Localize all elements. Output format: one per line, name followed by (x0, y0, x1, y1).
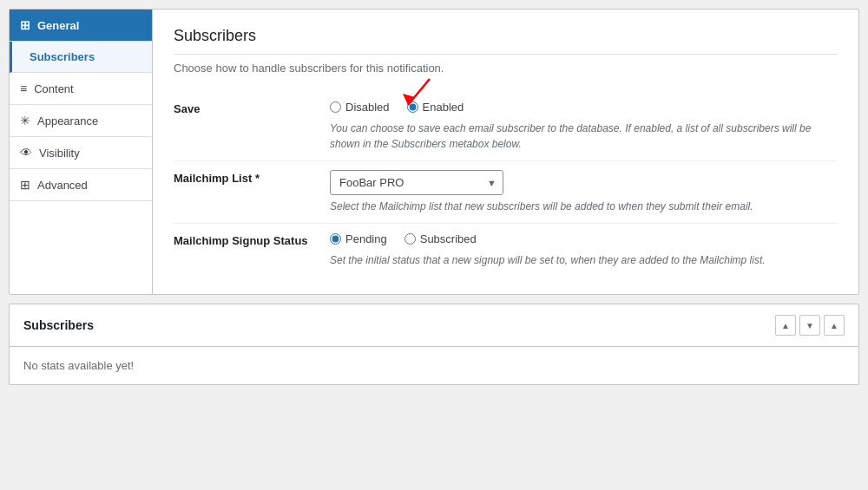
sidebar-item-advanced[interactable]: ⊞ Advanced (10, 169, 152, 201)
panel-title: Subscribers (23, 318, 94, 332)
mailchimp-list-label: Mailchimp List * (174, 161, 330, 224)
panel-controls: ▲ ▼ ▲ (775, 315, 845, 336)
no-stats-text: No stats available yet! (23, 359, 134, 372)
pending-radio[interactable] (330, 233, 341, 245)
sidebar-item-content[interactable]: ≡ Content (10, 73, 152, 105)
signup-label: Mailchimp Signup Status (174, 224, 330, 278)
save-label: Save (174, 92, 330, 161)
sidebar-item-general[interactable]: ⊞ General (10, 10, 152, 42)
signup-status-row: Mailchimp Signup Status Pending Subscrib… (174, 224, 838, 278)
disabled-radio-label[interactable]: Disabled (330, 101, 390, 114)
panel-down-button[interactable]: ▼ (799, 315, 820, 336)
pending-radio-text: Pending (345, 232, 387, 245)
content-icon: ≡ (20, 82, 27, 95)
sidebar-item-label: Content (34, 82, 74, 95)
signup-help-text: Set the initial status that a new signup… (330, 252, 838, 268)
subscribed-radio[interactable] (404, 233, 416, 245)
section-description: Choose how to handle subscribers for thi… (174, 62, 838, 75)
enabled-radio-label[interactable]: Enabled (407, 101, 464, 114)
save-radio-group: Disabled Enabled (330, 101, 838, 114)
enabled-radio[interactable] (407, 101, 418, 113)
panel-header: Subscribers ▲ ▼ ▲ (10, 304, 858, 347)
sidebar-item-label: Visibility (39, 147, 80, 160)
advanced-icon: ⊞ (20, 178, 30, 192)
panel-up-button[interactable]: ▲ (775, 315, 796, 336)
save-help-text: You can choose to save each email subscr… (330, 121, 838, 152)
sidebar-item-appearance[interactable]: ✳ Appearance (10, 105, 152, 137)
save-row: Save Disabled (174, 92, 838, 161)
sidebar-item-subscribers[interactable]: Subscribers (10, 42, 152, 73)
disabled-radio-text: Disabled (345, 101, 390, 114)
panel-collapse-button[interactable]: ▲ (824, 315, 845, 336)
sidebar: ⊞ General Subscribers ≡ Content ✳ Appear… (10, 10, 153, 294)
sidebar-item-label: Appearance (37, 114, 98, 127)
mailchimp-help-text: Select the Mailchimp list that new subsc… (330, 199, 838, 214)
pending-radio-label[interactable]: Pending (330, 232, 387, 245)
mailchimp-list-row: Mailchimp List * FooBar PRO ▼ Select the… (174, 161, 838, 224)
visibility-icon: 👁 (20, 146, 32, 160)
appearance-icon: ✳ (20, 114, 30, 127)
form-table: Save Disabled (174, 92, 838, 277)
panel-content: No stats available yet! (10, 347, 858, 384)
general-icon: ⊞ (20, 18, 30, 32)
signup-radio-group: Pending Subscribed (330, 232, 838, 245)
sidebar-item-visibility[interactable]: 👁 Visibility (10, 137, 152, 169)
mailchimp-select-wrapper: FooBar PRO ▼ (330, 170, 503, 195)
mailchimp-select[interactable]: FooBar PRO (330, 170, 503, 195)
content-area: Subscribers Choose how to handle subscri… (153, 10, 858, 294)
sidebar-item-label: General (37, 19, 79, 32)
enabled-radio-text: Enabled (423, 101, 464, 114)
subscribers-panel: Subscribers ▲ ▼ ▲ No stats available yet… (9, 304, 859, 385)
sidebar-item-label: Subscribers (30, 50, 95, 63)
sidebar-item-label: Advanced (37, 179, 88, 192)
section-title: Subscribers (174, 27, 838, 55)
subscribed-radio-text: Subscribed (420, 232, 477, 245)
arrow-annotation: Disabled Enabled (330, 101, 838, 114)
subscribed-radio-label[interactable]: Subscribed (404, 232, 477, 245)
disabled-radio[interactable] (330, 101, 341, 113)
